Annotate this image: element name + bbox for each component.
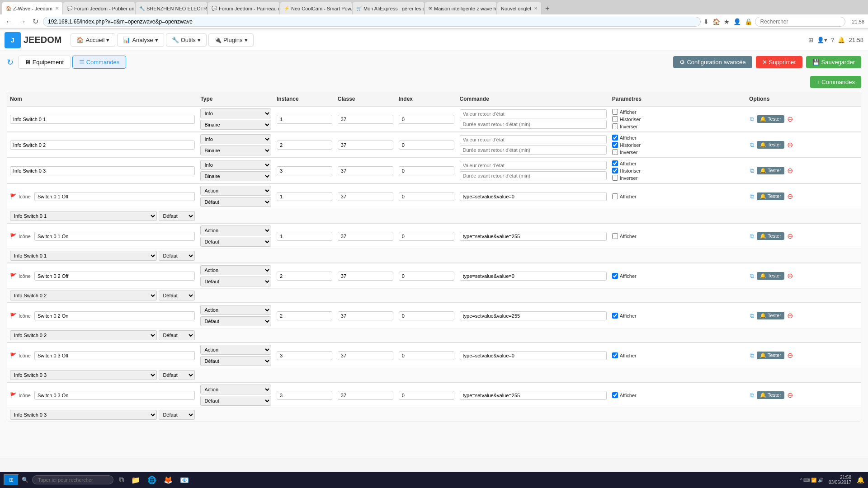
row8-classe-input[interactable] bbox=[338, 351, 393, 360]
nav-help-icon[interactable]: ? bbox=[831, 37, 834, 43]
row3-commande-input2[interactable] bbox=[460, 171, 607, 180]
row9-name-input[interactable] bbox=[34, 391, 195, 400]
row9-linked-select[interactable]: Info Switch 0 3 bbox=[10, 410, 157, 420]
row3-delete-button[interactable]: ⊖ bbox=[786, 165, 794, 176]
row1-copy-button[interactable]: ⧉ bbox=[749, 115, 755, 124]
row6-tester-button[interactable]: 🔔 Tester bbox=[757, 272, 784, 280]
row7-tester-button[interactable]: 🔔 Tester bbox=[757, 312, 784, 319]
row6-afficher-cb[interactable] bbox=[612, 273, 618, 279]
row1-inverser-cb[interactable] bbox=[612, 123, 618, 129]
row6-commande-input[interactable] bbox=[460, 272, 607, 281]
row4-copy-button[interactable]: ⧉ bbox=[749, 192, 755, 201]
browser-search-input[interactable] bbox=[755, 17, 845, 27]
row4-linked-select[interactable]: Info Switch 0 1 bbox=[10, 211, 157, 221]
lock-icon[interactable]: 🔒 bbox=[745, 18, 752, 25]
row5-linked-type-select[interactable]: Défaut bbox=[159, 251, 195, 261]
row2-commande-input1[interactable] bbox=[460, 135, 607, 144]
row8-delete-button[interactable]: ⊖ bbox=[786, 350, 794, 361]
row8-index-input[interactable] bbox=[399, 351, 454, 360]
reload-button[interactable]: ↻ bbox=[31, 16, 40, 27]
row1-classe-input[interactable] bbox=[338, 115, 393, 124]
row4-classe-input[interactable] bbox=[338, 192, 393, 201]
row6-index-input[interactable] bbox=[399, 272, 454, 281]
row8-copy-button[interactable]: ⧉ bbox=[749, 351, 755, 360]
nav-bell-icon[interactable]: 🔔 bbox=[838, 37, 845, 43]
row3-afficher-label[interactable]: Afficher bbox=[612, 160, 744, 166]
row1-instance-input[interactable] bbox=[277, 115, 332, 124]
row6-classe-input[interactable] bbox=[338, 272, 393, 281]
row2-copy-button[interactable]: ⧉ bbox=[749, 141, 755, 150]
add-commands-button[interactable]: + Commandes bbox=[810, 76, 861, 88]
row9-classe-input[interactable] bbox=[338, 391, 393, 400]
nav-accueil[interactable]: 🏠 Accueil ▾ bbox=[71, 33, 115, 47]
row9-delete-button[interactable]: ⊖ bbox=[786, 390, 794, 400]
row7-afficher-cb[interactable] bbox=[612, 313, 618, 319]
row7-linked-type-select[interactable]: Défaut bbox=[159, 330, 195, 340]
row2-inverser-cb[interactable] bbox=[612, 149, 618, 155]
row7-commande-input[interactable] bbox=[460, 311, 607, 320]
sauvegarder-button[interactable]: 💾 Sauvegarder bbox=[806, 56, 861, 68]
row6-copy-button[interactable]: ⧉ bbox=[749, 272, 755, 281]
row6-name-input[interactable] bbox=[34, 272, 195, 281]
row2-commande-input2[interactable] bbox=[460, 145, 607, 155]
row9-linked-type-select[interactable]: Défaut bbox=[159, 410, 195, 420]
row3-tester-button[interactable]: 🔔 Tester bbox=[757, 167, 784, 174]
url-input[interactable] bbox=[43, 17, 701, 27]
row2-instance-input[interactable] bbox=[277, 141, 332, 150]
row3-instance-input[interactable] bbox=[277, 166, 332, 175]
row1-afficher-cb[interactable] bbox=[612, 109, 618, 115]
tab-equipement[interactable]: 🖥 Equipement bbox=[18, 56, 71, 69]
browser-tab-4[interactable]: ⚡ Neo CoolCam - Smart Pow... ✕ bbox=[280, 2, 352, 14]
row7-instance-input[interactable] bbox=[277, 311, 332, 320]
row7-delete-button[interactable]: ⊖ bbox=[786, 310, 794, 321]
row5-delete-button[interactable]: ⊖ bbox=[786, 231, 794, 241]
bookmark-icon[interactable]: ★ bbox=[724, 18, 730, 25]
row7-classe-input[interactable] bbox=[338, 311, 393, 320]
row8-type2-select[interactable]: Défaut bbox=[200, 356, 271, 366]
user-icon[interactable]: 👤 bbox=[733, 18, 741, 25]
browser-tab-5[interactable]: 🛒 Mon AliExpress : gérer les comm... ✕ bbox=[352, 2, 425, 14]
row7-type-select[interactable]: Action bbox=[200, 305, 271, 315]
row1-commande-input2[interactable] bbox=[460, 120, 607, 129]
row5-classe-input[interactable] bbox=[338, 232, 393, 241]
row2-name-input[interactable] bbox=[10, 141, 195, 150]
new-tab-button[interactable]: + bbox=[542, 3, 553, 14]
nav-grid-icon[interactable]: ⊞ bbox=[808, 37, 813, 43]
row2-delete-button[interactable]: ⊖ bbox=[786, 140, 794, 150]
row7-afficher-label[interactable]: Afficher bbox=[612, 313, 744, 319]
row5-type2-select[interactable]: Défaut bbox=[200, 237, 271, 247]
tab-commandes[interactable]: ☰ Commandes bbox=[72, 56, 126, 69]
row6-type-select[interactable]: Action bbox=[200, 265, 271, 275]
refresh-button[interactable]: ↻ bbox=[7, 57, 14, 67]
row4-tester-button[interactable]: 🔔 Tester bbox=[757, 192, 784, 200]
row9-afficher-label[interactable]: Afficher bbox=[612, 392, 744, 398]
row3-afficher-cb[interactable] bbox=[612, 160, 618, 166]
browser-tab-3[interactable]: 💬 Forum Jeedom - Panneau d... ✕ bbox=[208, 2, 280, 14]
row2-historiser-label[interactable]: Historiser bbox=[612, 142, 744, 148]
row5-linked-select[interactable]: Info Switch 0 1 bbox=[10, 251, 157, 261]
row5-tester-button[interactable]: 🔔 Tester bbox=[757, 232, 784, 240]
row1-type-select[interactable]: InfoAction bbox=[200, 108, 271, 118]
row5-afficher-label[interactable]: Afficher bbox=[612, 233, 744, 239]
row1-historiser-cb[interactable] bbox=[612, 116, 618, 122]
row8-tester-button[interactable]: 🔔 Tester bbox=[757, 352, 784, 359]
row3-copy-button[interactable]: ⧉ bbox=[749, 166, 755, 175]
row6-type2-select[interactable]: Défaut bbox=[200, 277, 271, 286]
row9-tester-button[interactable]: 🔔 Tester bbox=[757, 391, 784, 399]
row3-inverser-cb[interactable] bbox=[612, 175, 618, 181]
row2-index-input[interactable] bbox=[399, 141, 454, 150]
row1-name-input[interactable] bbox=[10, 115, 195, 124]
row9-type-select[interactable]: Action bbox=[200, 385, 271, 394]
row8-afficher-cb[interactable] bbox=[612, 352, 618, 358]
row3-type2-select[interactable]: Binaire bbox=[200, 171, 271, 181]
row3-name-input[interactable] bbox=[10, 166, 195, 175]
row3-inverser-label[interactable]: Inverser bbox=[612, 175, 744, 181]
row4-linked-type-select[interactable]: Défaut bbox=[159, 211, 195, 221]
row8-type-select[interactable]: Action bbox=[200, 345, 271, 355]
nav-analyse[interactable]: 📊 Analyse ▾ bbox=[117, 33, 164, 47]
home-icon[interactable]: 🏠 bbox=[712, 18, 720, 25]
row5-copy-button[interactable]: ⧉ bbox=[749, 232, 755, 241]
nav-outils[interactable]: 🔧 Outils ▾ bbox=[166, 33, 207, 47]
forward-button[interactable]: → bbox=[17, 17, 28, 27]
tab-close-7[interactable]: ✕ bbox=[534, 6, 538, 11]
